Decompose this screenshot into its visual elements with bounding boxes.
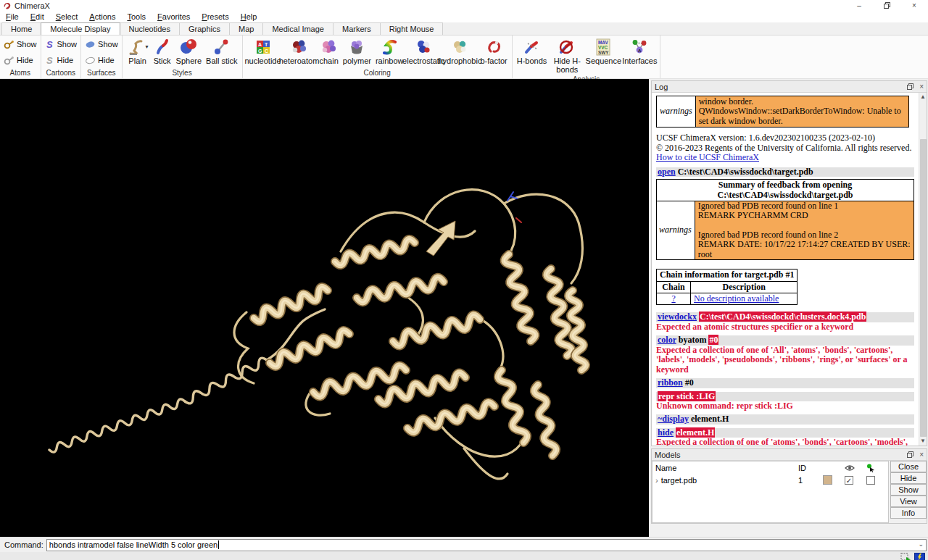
models-float-icon[interactable] [907,451,914,458]
menu-presets[interactable]: Presets [196,12,234,21]
models-hide-button[interactable]: Hide [890,472,927,484]
models-close-icon[interactable]: × [919,451,924,459]
surfaces-hide-button[interactable]: Hide [83,55,120,66]
color-electrostatic-button[interactable]: electrostatic [405,36,442,68]
color-nucleotide-button[interactable]: A T G C nucleotide [245,36,281,68]
models-view-button[interactable]: View [890,496,927,507]
interfaces-label: Interfaces [622,57,657,66]
tab-graphics[interactable]: Graphics [179,22,230,35]
chain-description-link[interactable]: No description available [694,293,779,304]
menu-edit[interactable]: Edit [25,12,50,21]
scroll-up-arrow[interactable]: ▲ [920,93,926,101]
text-caret [218,540,219,549]
expander-icon[interactable]: › [655,476,658,485]
cartoons-show-button[interactable]: S Show [44,39,79,50]
plain-dropdown-arrow[interactable]: ▾ [146,44,149,50]
color-polymer-button[interactable]: polymer [341,36,373,68]
log-command: viewdockx C:\test\CAD4\swissdockd\cluste… [656,312,914,322]
scroll-down-arrow[interactable]: ▼ [920,437,926,446]
tab-nucleotides[interactable]: Nucleotides [120,22,180,35]
command-bar: Command: hbonds intramodel false lineWid… [0,537,928,552]
sequence-label: Sequence [586,57,622,66]
models-close-button[interactable]: Close [890,461,927,472]
selection-mode-icon[interactable] [900,553,911,560]
tab-home[interactable]: Home [1,22,41,35]
restore-button[interactable] [873,0,900,11]
tab-medical-image[interactable]: Medical Image [262,22,334,35]
surfaces-show-button[interactable]: Show [83,39,120,50]
log-error: Expected a collection of one of 'All', '… [656,346,914,375]
models-panel-header[interactable]: Models × [652,449,927,461]
log-panel-header[interactable]: Log × [652,81,927,93]
model-color-swatch[interactable] [823,475,832,485]
style-stick-button[interactable]: Stick [151,36,174,68]
hide-hbonds-button[interactable]: Hide H-bonds [549,36,585,75]
group-coloring: A T G C nucleotide heteroatom [243,35,513,78]
style-ball-stick-button[interactable]: Ball stick [204,36,239,68]
interfaces-button[interactable]: A Interfaces [621,36,658,75]
hide-hbonds-icon [558,38,576,57]
model-selected-checkbox[interactable] [866,476,875,485]
color-bfactor-label: b-factor [480,57,507,66]
svg-text:S: S [46,40,53,49]
log-scroll-thumb[interactable] [920,139,927,437]
log-scrollbar[interactable]: ▲ ▼ [919,93,927,446]
color-rainbow-button[interactable]: rainbow [373,36,406,68]
model-shown-checkbox[interactable]: ✓ [845,476,853,485]
sequence-button[interactable]: MAV VVC SWY Sequence [585,36,621,75]
model-row-target-pdb[interactable]: › target.pdb 1 ✓ [652,474,888,486]
tab-markers[interactable]: Markers [333,22,381,35]
hide-hbonds-label: Hide H-bonds [551,57,583,74]
log-close-icon[interactable]: × [919,83,924,91]
log-float-icon[interactable] [907,83,914,90]
tab-molecule-display[interactable]: Molecule Display [41,22,120,35]
menu-file[interactable]: File [0,12,25,21]
style-plain-button[interactable]: ▾ Plain [125,36,151,68]
open-command-link[interactable]: open [658,167,676,177]
log-command: ribbon #0 [656,378,914,388]
log-error: Unknown command: repr stick :LIG [656,401,914,411]
log-error: Expected an atomic structures specifier … [656,322,914,332]
color-chain-button[interactable]: chain [318,36,341,68]
minimize-button[interactable]: – [845,0,873,11]
log-command: repr stick :LIG [656,392,914,401]
models-panel: Models × Name ID [651,448,927,524]
cite-chimerax-link[interactable]: How to cite UCSF ChimeraX [656,152,759,162]
chain-id-link[interactable]: ? [660,294,687,304]
fast-mode-icon[interactable] [914,553,925,560]
menu-actions[interactable]: Actions [83,12,121,21]
electrostatic-color-icon [415,38,432,56]
menu-tools[interactable]: Tools [121,12,152,21]
graphics-viewport[interactable] [0,79,649,537]
tab-map[interactable]: Map [229,22,263,35]
command-input[interactable]: hbonds intramodel false lineWidth 5 colo… [46,539,927,551]
style-sphere-button[interactable]: Sphere [174,36,204,68]
close-button[interactable]: × [900,0,928,11]
color-bfactor-button[interactable]: b-factor [478,36,509,68]
menu-favorites[interactable]: Favorites [152,12,196,21]
atoms-show-button[interactable]: Show [2,39,38,50]
atoms-group-label: Atoms [2,68,38,78]
log-panel: Log × warnings window border. [651,80,927,446]
color-heteroatom-label: heteroatom [279,57,320,66]
models-show-button[interactable]: Show [890,484,927,496]
cartoons-hide-button[interactable]: S Hide [44,55,79,66]
menu-help[interactable]: Help [235,12,263,21]
color-heteroatom-button[interactable]: heteroatom [281,36,318,68]
atoms-hide-button[interactable]: Hide [2,55,38,66]
surfaces-hide-label: Hide [98,56,115,64]
command-label: Command: [4,540,44,549]
model-name: target.pdb [661,476,697,485]
tab-right-mouse[interactable]: Right Mouse [380,22,444,35]
color-polymer-label: polymer [343,57,371,66]
ribbon-tab-bar: Home Molecule Display Nucleotides Graphi… [0,22,928,35]
command-history-dropdown-icon[interactable]: ⌄ [918,540,924,548]
log-error: Expected a collection of one of 'atoms',… [656,438,914,446]
sequence-icon: MAV VVC SWY [595,38,611,57]
models-info-button[interactable]: Info [890,507,927,519]
color-hydrophobic-button[interactable]: hydrophobic [442,36,478,68]
menu-select[interactable]: Select [50,12,84,21]
svg-text:MAV: MAV [598,40,608,45]
ribbon-toolbar: Show Hide Atoms S Show [0,35,928,79]
hbonds-button[interactable]: H-bonds [515,36,550,75]
